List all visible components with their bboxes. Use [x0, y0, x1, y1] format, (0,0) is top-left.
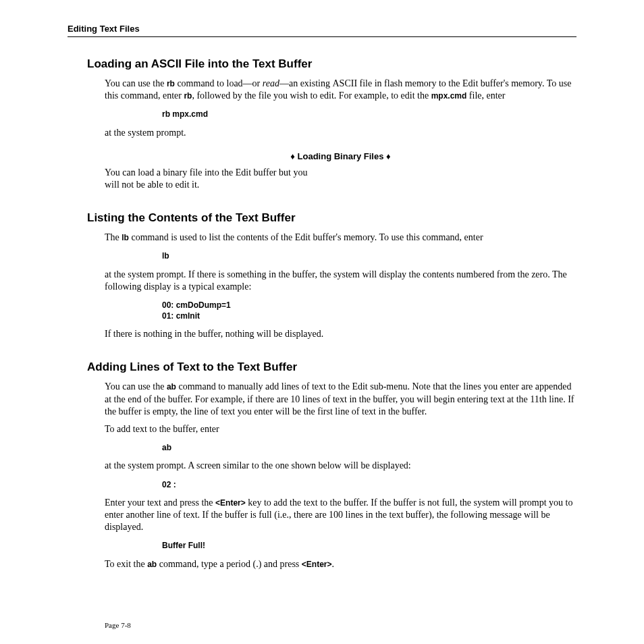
small-caps: ASCII: [332, 78, 357, 88]
text: The: [105, 232, 122, 242]
s2-paragraph-1: The lb command is used to list the conte…: [105, 232, 576, 244]
text: .: [332, 559, 335, 569]
inline-command: ab: [147, 560, 157, 569]
heading-adding-lines: Adding Lines of Text to the Text Buffer: [87, 360, 576, 374]
page-content: Editing Text Files Loading an ASCII File…: [0, 0, 644, 596]
s1-paragraph-2: at the system prompt.: [105, 127, 576, 139]
text: You can use the: [105, 78, 167, 88]
text: command is used to list the contents of …: [129, 232, 483, 242]
text: command to load—or: [175, 78, 263, 88]
text: Enter your text and press the: [105, 498, 215, 508]
code-block: Buffer Full!: [162, 540, 576, 551]
italic-text: read: [263, 78, 279, 88]
s3-paragraph-3: at the system prompt. A screen similar t…: [105, 460, 576, 472]
heading-listing-contents: Listing the Contents of the Text Buffer: [87, 211, 576, 225]
s1-paragraph-1: You can use the rb command to load—or re…: [105, 78, 576, 102]
running-header: Editing Text Files: [68, 24, 576, 34]
text: To exit the: [105, 559, 147, 569]
header-rule: [68, 36, 576, 37]
text: file, enter: [466, 90, 505, 101]
heading-loading-ascii: Loading an ASCII File into the Text Buff…: [87, 57, 576, 71]
s2-paragraph-2: at the system prompt. If there is someth…: [105, 269, 576, 293]
code-line: 01: cmInit: [162, 311, 200, 321]
note-heading: ♦ Loading Binary Files ♦: [105, 151, 576, 161]
text: You can use the: [105, 381, 167, 392]
inline-command: rb: [184, 91, 192, 101]
text: command, type a period (.) and press: [157, 559, 302, 569]
inline-command: lb: [122, 233, 129, 242]
s3-paragraph-2: To add text to the buffer, enter: [105, 423, 576, 435]
text: , followed by the file you wish to edit.…: [192, 90, 431, 101]
s3-paragraph-4: Enter your text and press the <Enter> ke…: [105, 497, 576, 534]
s2-paragraph-3: If there is nothing in the buffer, nothi…: [105, 328, 576, 340]
code-line: 00: cmDoDump=1: [162, 300, 231, 310]
note-body: You can load a binary file into the Edit…: [105, 167, 314, 191]
inline-command: ab: [167, 382, 176, 392]
code-block: lb: [162, 250, 576, 261]
code-block: 00: cmDoDump=1 01: cmInit: [162, 300, 576, 321]
inline-command: rb: [167, 79, 175, 88]
code-block: rb mpx.cmd: [162, 109, 576, 119]
inline-key: <Enter>: [302, 560, 332, 569]
inline-command: mpx.cmd: [431, 91, 467, 101]
code-block: ab: [162, 442, 576, 453]
s3-paragraph-1: You can use the ab command to manually a…: [105, 381, 576, 418]
s3-paragraph-5: To exit the ab command, type a period (.…: [105, 558, 576, 570]
inline-key: <Enter>: [215, 498, 246, 508]
text: —an existing: [279, 78, 333, 88]
page-number: Page 7-8: [105, 621, 131, 629]
code-block: 02 :: [162, 479, 576, 490]
